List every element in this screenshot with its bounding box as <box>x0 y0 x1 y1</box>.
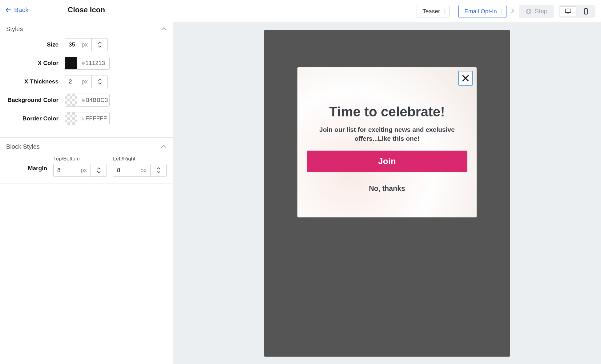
margin-tb-unit: px <box>81 167 87 174</box>
chevron-up-icon <box>161 144 167 150</box>
chevron-up-icon <box>156 167 161 170</box>
bg-color-label: Background Color <box>6 97 58 103</box>
field-border-color: Border Color #FFFFFF <box>6 112 167 125</box>
svg-point-2 <box>445 11 446 12</box>
chevron-up-icon <box>97 42 102 45</box>
x-color-value: 111213 <box>86 60 105 67</box>
bg-color-value: B4BBC3 <box>86 97 108 103</box>
canvas: Time to celebrate! Join our list for exc… <box>173 23 601 364</box>
size-input[interactable]: 35px <box>65 38 108 51</box>
chevron-down-icon <box>97 45 102 48</box>
svg-point-3 <box>445 13 446 14</box>
preview-panel: Teaser Email Opt-In Step <box>173 0 601 364</box>
hash-symbol: # <box>82 60 85 67</box>
more-icon[interactable] <box>444 9 446 14</box>
margin-tb-value: 8 <box>57 167 61 174</box>
canvas-frame: Time to celebrate! Join our list for exc… <box>264 30 510 357</box>
margin-lr-input[interactable]: 8px <box>113 164 167 177</box>
margin-tb-label: Top/Bottom <box>53 156 107 162</box>
x-thickness-input[interactable]: 2px <box>65 75 108 88</box>
device-desktop-button[interactable] <box>560 6 576 16</box>
back-button[interactable]: Back <box>5 6 29 14</box>
chevron-up-icon <box>161 26 167 32</box>
section-block-styles-title: Block Styles <box>6 143 40 150</box>
popup-join-button[interactable]: Join <box>307 151 467 172</box>
margin-lr-unit: px <box>140 167 147 174</box>
email-optin-label: Email Opt-In <box>464 8 497 15</box>
hash-symbol: # <box>82 115 85 122</box>
svg-rect-8 <box>565 9 571 13</box>
more-icon[interactable] <box>501 9 502 14</box>
popup-decline-label: No, thanks <box>369 184 405 192</box>
margin-lr-label: Left/Right <box>113 156 167 162</box>
field-bg-color: Background Color #B4BBC3 <box>6 94 167 107</box>
svg-point-5 <box>501 11 502 12</box>
chevron-up-icon <box>96 167 101 170</box>
hash-symbol: # <box>82 97 85 103</box>
field-x-thickness: X Thickness 2px <box>6 75 167 88</box>
chevron-down-icon <box>97 82 102 85</box>
field-margin: Margin Top/Bottom 8px Left/Right 8px <box>6 156 167 177</box>
border-color-swatch[interactable] <box>65 112 77 125</box>
device-toggle <box>559 5 595 18</box>
x-color-swatch[interactable] <box>65 57 77 69</box>
step-email-optin[interactable]: Email Opt-In <box>458 5 506 18</box>
margin-tb-stepper[interactable] <box>91 164 107 176</box>
popup-subtitle: Join our list for exciting news and excl… <box>307 125 467 143</box>
svg-point-4 <box>501 9 502 10</box>
x-thickness-stepper[interactable] <box>91 75 107 88</box>
field-x-color: X Color #111213 <box>6 57 167 70</box>
section-styles-title: Styles <box>6 26 23 33</box>
size-label: Size <box>6 41 58 48</box>
add-step-button[interactable]: Step <box>519 5 554 18</box>
section-block-styles: Block Styles Margin Top/Bottom 8px <box>0 138 173 184</box>
margin-lr-group: Left/Right 8px <box>113 156 167 177</box>
border-color-label: Border Color <box>6 115 58 122</box>
x-thickness-value: 2 <box>69 78 72 85</box>
plus-circle-icon <box>526 8 532 14</box>
step-teaser[interactable]: Teaser <box>417 5 450 18</box>
topbar: Teaser Email Opt-In Step <box>173 0 601 23</box>
sidebar-title: Close Icon <box>68 6 105 14</box>
chevron-down-icon <box>96 170 101 173</box>
margin-label: Margin <box>6 156 47 172</box>
chevron-down-icon <box>156 170 161 173</box>
popup-preview: Time to celebrate! Join our list for exc… <box>297 67 477 217</box>
margin-tb-group: Top/Bottom 8px <box>53 156 107 177</box>
size-unit: px <box>82 41 88 48</box>
popup-close-button[interactable] <box>458 71 473 86</box>
bg-color-swatch[interactable] <box>65 94 77 106</box>
popup-title: Time to celebrate! <box>307 104 467 119</box>
add-step-label: Step <box>535 8 547 15</box>
sidebar-header: Back Close Icon <box>0 0 173 20</box>
size-stepper[interactable] <box>91 38 107 51</box>
settings-sidebar: Back Close Icon Styles Size 35px <box>0 0 173 364</box>
x-color-label: X Color <box>6 60 58 67</box>
arrow-left-icon <box>5 6 12 13</box>
x-color-input[interactable]: #111213 <box>65 57 110 70</box>
margin-lr-stepper[interactable] <box>150 164 166 176</box>
x-thickness-label: X Thickness <box>6 78 58 85</box>
svg-point-6 <box>501 13 502 14</box>
field-size: Size 35px <box>6 38 167 51</box>
popup-join-label: Join <box>378 156 396 166</box>
section-block-styles-header[interactable]: Block Styles <box>0 138 173 156</box>
device-mobile-button[interactable] <box>578 6 594 16</box>
back-label: Back <box>14 6 29 14</box>
border-color-value: FFFFFF <box>86 115 107 122</box>
border-color-input[interactable]: #FFFFFF <box>65 112 110 125</box>
desktop-icon <box>565 8 571 14</box>
section-styles: Styles Size 35px X Color <box>0 20 173 138</box>
teaser-label: Teaser <box>422 8 440 15</box>
bg-color-input[interactable]: #B4BBC3 <box>65 94 110 107</box>
margin-lr-value: 8 <box>117 167 120 174</box>
mobile-icon <box>584 8 588 15</box>
svg-point-1 <box>445 9 446 10</box>
size-value: 35 <box>69 41 75 48</box>
popup-decline-button[interactable]: No, thanks <box>307 184 467 193</box>
section-styles-header[interactable]: Styles <box>0 20 173 38</box>
close-icon <box>462 74 470 82</box>
margin-tb-input[interactable]: 8px <box>53 164 107 177</box>
chevron-up-icon <box>97 79 102 82</box>
divider <box>454 6 454 17</box>
